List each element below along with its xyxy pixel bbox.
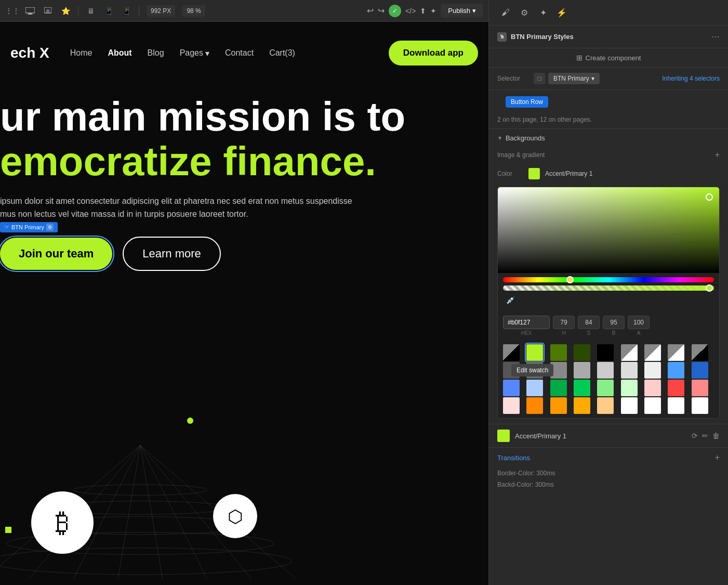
swatch-cell[interactable] <box>644 362 661 379</box>
swatch-cell[interactable] <box>550 344 567 361</box>
tablet-icon[interactable]: 📱 <box>101 4 116 18</box>
panel-more-btn[interactable]: ⋯ <box>711 32 720 42</box>
hero-buttons: ☞ BTN Primary ⚙ Join our team Learn more <box>0 237 488 271</box>
swatch-cell[interactable] <box>574 344 590 361</box>
selector-inheriting[interactable]: Inheriting 4 selectors <box>662 75 720 82</box>
swatch-cell[interactable] <box>597 380 614 396</box>
hue-slider[interactable] <box>503 277 714 282</box>
swatch-cell[interactable] <box>621 397 638 414</box>
dot-accent-2 <box>187 418 193 424</box>
eyedropper-btn[interactable]: 💉 <box>503 293 518 307</box>
swatch-cell[interactable] <box>550 397 567 414</box>
device-icon-2[interactable] <box>41 4 55 18</box>
redo-btn[interactable]: ↪ <box>378 6 385 16</box>
transitions-header[interactable]: Transitions + <box>489 448 728 467</box>
swatch-cell[interactable] <box>644 397 661 414</box>
swatch-cell[interactable] <box>621 344 638 361</box>
swatch-cell[interactable] <box>526 397 543 414</box>
hero-section: ur main mission is to emocratize finance… <box>0 84 488 271</box>
swatch-cell[interactable] <box>644 344 661 361</box>
monitor-icon[interactable]: 🖥 <box>84 4 98 18</box>
navigation: ech X Home About Blog Pages ▾ Contact Ca… <box>0 22 488 84</box>
join-team-button[interactable]: Join our team <box>0 238 112 270</box>
image-gradient-add-btn[interactable]: + <box>715 150 720 160</box>
settings-icon-btn[interactable]: ⚙ <box>516 4 533 21</box>
nav-home[interactable]: Home <box>70 48 92 58</box>
share-btn[interactable]: ⬆ <box>420 7 426 15</box>
phone-icon[interactable]: 📱 <box>119 4 134 18</box>
publish-chevron: ▾ <box>472 7 476 15</box>
swatch-cell[interactable] <box>692 397 708 414</box>
swatch-cell[interactable] <box>526 380 543 396</box>
swatch-cell[interactable] <box>503 380 520 396</box>
swatch-cell[interactable] <box>668 344 684 361</box>
named-swatch-label: Accent/Primary 1 <box>515 432 686 440</box>
learn-more-button[interactable]: Learn more <box>123 237 221 271</box>
swatch-cell[interactable] <box>621 362 638 379</box>
bitcoin-coin: ₿ <box>31 491 94 554</box>
a-input[interactable] <box>628 316 650 329</box>
transitions-add-btn[interactable]: + <box>715 453 720 462</box>
code-btn[interactable]: </> <box>405 7 416 15</box>
color-name: Accent/Primary 1 <box>545 170 592 177</box>
nav-pages[interactable]: Pages ▾ <box>180 48 209 58</box>
b-label: B <box>603 330 625 336</box>
create-component-row: ⊞ Create component <box>489 48 728 68</box>
publish-button[interactable]: Publish ▾ <box>441 4 483 18</box>
brush-icon-btn[interactable]: 🖌 <box>497 4 514 21</box>
swatch-sync-btn[interactable]: ⟳ <box>692 432 698 440</box>
hero-headline-2: emocratize finance. <box>0 139 488 184</box>
h-input[interactable] <box>553 316 575 329</box>
selector-tag-btn-primary[interactable]: BTN Primary ▾ <box>548 73 600 84</box>
hex-group: HEX <box>503 316 550 336</box>
create-component-btn[interactable]: ⊞ Create component <box>576 54 641 62</box>
magic-btn[interactable]: ✦ <box>430 7 436 15</box>
swatch-cell[interactable] <box>692 380 708 396</box>
drag-icon[interactable]: ⋮⋮ <box>5 4 20 18</box>
swatch-cell[interactable] <box>597 362 614 379</box>
swatch-cell[interactable] <box>692 362 708 379</box>
color-gradient-area[interactable] <box>498 187 719 273</box>
nav-blog[interactable]: Blog <box>148 48 164 58</box>
swatch-cell[interactable] <box>621 380 638 396</box>
panel-header: 🖱 BTN Primary Styles ⋯ <box>489 25 728 48</box>
hex-input[interactable] <box>503 316 550 329</box>
sparkle-icon-btn[interactable]: ✦ <box>535 4 551 21</box>
swatch-edit-btn[interactable]: ✏ <box>702 432 708 440</box>
undo-btn[interactable]: ↩ <box>367 6 374 16</box>
swatch-cell[interactable] <box>574 380 590 396</box>
swatch-cell-accent[interactable]: Edit swatch <box>526 344 543 361</box>
swatch-cell[interactable] <box>668 380 684 396</box>
color-swatch-preview[interactable] <box>528 168 540 179</box>
button-row-tag[interactable]: Button Row <box>506 96 548 108</box>
swatch-delete-btn[interactable]: 🗑 <box>712 432 720 440</box>
swatch-cell[interactable] <box>503 397 520 414</box>
swatch-cell[interactable] <box>692 344 708 361</box>
nav-contact[interactable]: Contact <box>225 48 254 58</box>
swatch-cell[interactable] <box>668 362 684 379</box>
desktop-icon[interactable] <box>23 4 37 18</box>
starred-icon[interactable]: ⭐ <box>58 4 73 18</box>
swatch-cell[interactable] <box>668 397 684 414</box>
status-check: ✓ <box>389 5 401 17</box>
swatch-cell[interactable] <box>597 344 614 361</box>
b-input[interactable] <box>603 316 625 329</box>
backgrounds-section-header[interactable]: ▼ Backgrounds <box>489 129 728 147</box>
hero-body-text: ipsum dolor sit amet consectetur adipisc… <box>0 194 364 221</box>
nav-cart[interactable]: Cart(3) <box>269 48 295 58</box>
alpha-slider[interactable] <box>503 285 714 291</box>
swatch-cell[interactable] <box>574 397 590 414</box>
swatch-cell[interactable] <box>644 380 661 396</box>
nav-about[interactable]: About <box>108 48 131 58</box>
s-input[interactable] <box>578 316 600 329</box>
swatch-cell[interactable] <box>550 380 567 396</box>
gear-icon[interactable]: ⚙ <box>46 224 54 231</box>
canvas-size: 992 PX <box>147 5 175 17</box>
swatch-cell[interactable] <box>574 362 590 379</box>
ethereum-coin: ⬡ <box>213 494 257 538</box>
swatch-cell[interactable] <box>597 397 614 414</box>
swatch-cell[interactable] <box>503 344 520 361</box>
bolt-icon-btn[interactable]: ⚡ <box>553 4 570 21</box>
button-row-tag-wrapper: Button Row <box>489 90 728 114</box>
nav-cta-button[interactable]: Download app <box>389 41 478 66</box>
